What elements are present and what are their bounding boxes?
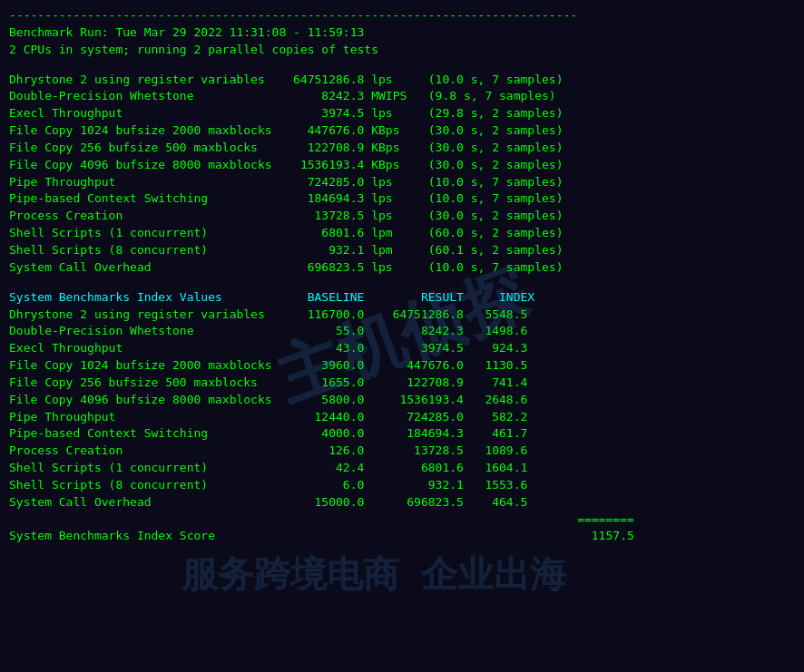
equals-line: ======== <box>9 511 795 529</box>
watermark2: 服务跨境电商 企业出海 <box>181 550 566 599</box>
index-header: System Benchmarks Index Values BASELINE … <box>9 289 795 307</box>
raw-benchmarks-table: Dhrystone 2 using register variables 647… <box>9 72 795 277</box>
header-line2: 2 CPUs in system; running 2 parallel cop… <box>9 42 795 59</box>
final-score: System Benchmarks Index Score 1157.5 <box>9 528 795 545</box>
header-line1: Benchmark Run: Tue Mar 29 2022 11:31:08 … <box>9 24 795 42</box>
divider-top: ----------------------------------------… <box>9 7 795 24</box>
terminal-output: ----------------------------------------… <box>9 7 795 545</box>
index-benchmarks-table: Dhrystone 2 using register variables 116… <box>9 307 795 511</box>
